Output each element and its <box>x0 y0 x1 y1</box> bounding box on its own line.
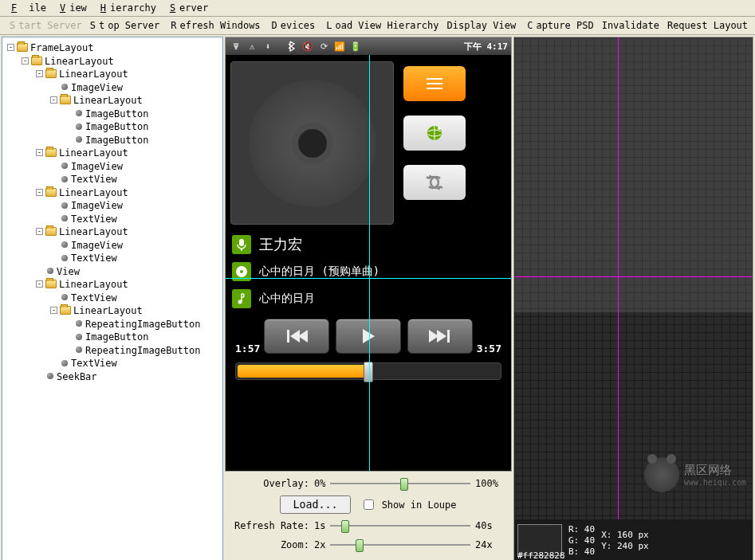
load-button[interactable]: Load... <box>280 495 350 514</box>
tree-item[interactable]: -LinearLayoutTextView-LinearLayoutRepeat… <box>36 277 219 370</box>
overlay-label: Overlay: <box>233 478 309 489</box>
tree-item[interactable]: ImageView <box>50 159 219 173</box>
tree-item[interactable]: -LinearLayoutRepeatingImageButtonImageBu… <box>50 303 219 356</box>
bottom-controls: Overlay: 0% 100% Load... Show in Loupe R… <box>225 472 512 560</box>
tree-toggle[interactable]: - <box>36 228 43 235</box>
show-loupe-checkbox[interactable] <box>364 499 374 510</box>
tree-item[interactable]: ImageButton <box>65 133 219 147</box>
toolbar: Start Server Stop Server Refresh Windows… <box>0 17 755 35</box>
tree-item[interactable]: TextView <box>50 212 219 225</box>
tree-item[interactable]: SeekBar <box>36 370 219 383</box>
tree-toggle[interactable]: - <box>50 96 57 104</box>
tree-toggle[interactable]: - <box>36 70 43 77</box>
prev-button[interactable] <box>264 319 329 354</box>
tree-item[interactable]: TextView <box>50 356 219 370</box>
tree-item[interactable]: ImageButton <box>65 330 219 343</box>
tree-label: TextView <box>71 213 117 224</box>
tree-label: TextView <box>71 358 117 369</box>
tree-label: ImageView <box>71 81 123 92</box>
view-hierarchy-tree[interactable]: -FrameLayout-LinearLayout-LinearLayoutIm… <box>6 41 219 382</box>
start-server-button[interactable]: Start Server <box>3 19 85 32</box>
tree-label: TextView <box>71 292 117 303</box>
bluetooth-icon <box>285 40 299 53</box>
readout-x: X: 160 px <box>601 530 649 540</box>
tree-label: ImageView <box>71 200 123 211</box>
menu-server[interactable]: Server <box>162 2 212 14</box>
node-icon <box>76 136 82 143</box>
tree-toggle[interactable]: - <box>22 57 29 65</box>
menu-view[interactable]: View <box>52 2 91 14</box>
next-button[interactable] <box>407 319 473 354</box>
note-icon <box>232 289 251 308</box>
folder-icon <box>45 69 57 78</box>
mute-icon: 🔇 <box>301 40 315 53</box>
tree-item[interactable]: -LinearLayout-LinearLayoutImageView-Line… <box>22 54 219 383</box>
overlay-slider[interactable] <box>330 476 470 491</box>
folder-icon <box>45 227 57 236</box>
tree-toggle[interactable]: - <box>7 44 14 51</box>
tree-item[interactable]: ImageView <box>50 238 219 252</box>
refresh-slider[interactable] <box>330 519 470 533</box>
tree-item[interactable]: -FrameLayout-LinearLayout-LinearLayoutIm… <box>7 41 219 382</box>
tree-item[interactable]: RepeatingImageButton <box>65 317 219 331</box>
load-view-button[interactable]: Load View Hierarchy <box>320 19 442 32</box>
tree-item[interactable]: ImageButton <box>65 119 219 133</box>
node-icon <box>76 334 82 340</box>
tree-item[interactable]: TextView <box>50 251 219 264</box>
readout-g: G: 40 <box>568 535 595 546</box>
tree-label: ImageView <box>71 239 123 250</box>
request-layout-button[interactable]: Request Layout <box>664 19 751 32</box>
node-icon <box>61 255 68 261</box>
signal-icon: 📶 <box>332 40 347 53</box>
show-loupe-label: Show in Loupe <box>382 499 457 511</box>
tree-item[interactable]: -LinearLayoutImageViewTextView <box>36 186 219 225</box>
tree-item[interactable]: ImageButton <box>65 107 219 120</box>
tree-item[interactable]: View <box>36 264 219 278</box>
tree-label: RepeatingImageButton <box>85 318 201 329</box>
artist-row: 王力宏 <box>232 231 505 258</box>
node-icon <box>76 320 82 327</box>
node-icon <box>61 176 68 182</box>
tree-item[interactable]: RepeatingImageButton <box>65 343 219 357</box>
display-view-button[interactable]: Display View <box>443 19 519 32</box>
capture-psd-button[interactable]: Capture PSD <box>521 19 596 32</box>
tree-item[interactable]: -LinearLayoutImageViewTextView <box>36 146 219 186</box>
play-button[interactable] <box>336 319 401 354</box>
stop-server-button[interactable]: Stop Server <box>87 19 163 32</box>
tree-item[interactable]: -LinearLayoutImageViewTextView <box>36 225 219 264</box>
folder-icon <box>17 43 28 52</box>
invalidate-button[interactable]: Invalidate <box>599 19 663 32</box>
refresh-windows-button[interactable]: Refresh Windows <box>164 19 263 32</box>
readout-r: R: 40 <box>568 524 595 535</box>
tree-item[interactable]: -LinearLayoutImageView-LinearLayoutImage… <box>36 67 219 146</box>
tree-item[interactable]: ImageView <box>50 80 219 94</box>
tree-toggle[interactable]: - <box>36 280 43 288</box>
svg-point-7 <box>240 270 243 273</box>
seek-bar[interactable] <box>235 362 501 380</box>
shuffle-button[interactable] <box>403 165 466 200</box>
track-name: 心中的日月 <box>259 292 315 306</box>
tree-item[interactable]: ImageView <box>50 198 219 212</box>
tree-item[interactable]: -LinearLayoutImageButtonImageButtonImage… <box>50 93 219 146</box>
loupe-view[interactable]: 黑区网络www.heiqu.com <box>514 37 753 519</box>
svg-rect-5 <box>239 239 244 246</box>
tree-item[interactable]: TextView <box>50 291 219 304</box>
folder-icon <box>45 148 57 157</box>
node-icon <box>61 215 68 221</box>
menubar: File View Hierarchy Server <box>0 0 755 17</box>
playlist-button[interactable] <box>403 66 466 101</box>
refresh-label: Refresh Rate: <box>233 520 309 531</box>
tree-item[interactable]: TextView <box>50 172 219 186</box>
zoom-slider[interactable] <box>330 538 470 552</box>
tree-toggle[interactable]: - <box>50 307 57 314</box>
zoom-min: 2x <box>314 539 325 550</box>
tree-toggle[interactable]: - <box>36 149 43 156</box>
crosshair-horizontal <box>226 278 511 279</box>
globe-button[interactable] <box>403 116 466 151</box>
node-icon <box>47 268 53 274</box>
tree-label: LinearLayout <box>59 279 128 290</box>
tree-toggle[interactable]: - <box>36 189 43 196</box>
menu-hierarchy[interactable]: Hierarchy <box>92 2 160 14</box>
devices-button[interactable]: Devices <box>265 19 319 32</box>
menu-file[interactable]: File <box>3 2 50 14</box>
